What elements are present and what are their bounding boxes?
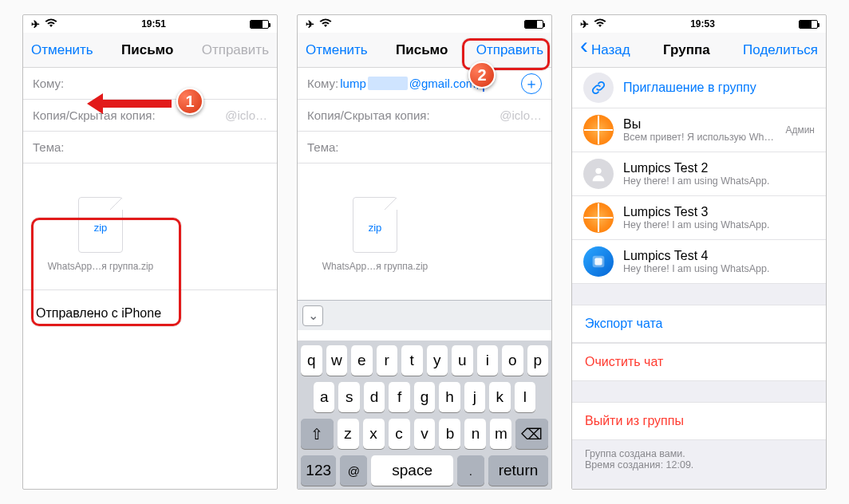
key-h[interactable]: h	[439, 382, 460, 412]
zip-file-icon: zip	[353, 197, 397, 253]
status-time: 19:53	[690, 18, 715, 30]
key-c[interactable]: c	[389, 419, 410, 449]
cc-field[interactable]: Копия/Скрытая копия: @iclo…	[298, 100, 551, 132]
compose-fields: Кому: Копия/Скрытая копия: @iclo… Тема:	[23, 68, 277, 163]
key-r[interactable]: r	[377, 345, 398, 376]
battery-icon	[524, 20, 543, 29]
key-s[interactable]: s	[338, 382, 359, 412]
key-l[interactable]: l	[515, 382, 535, 412]
key-u[interactable]: u	[452, 345, 473, 376]
subject-label: Тема:	[307, 140, 339, 154]
key-a[interactable]: a	[314, 382, 334, 412]
subject-field[interactable]: Тема:	[298, 132, 551, 163]
to-value-redacted: XXXXX	[368, 77, 408, 90]
keyboard-suggestion-bar: ⌄	[298, 300, 551, 330]
attachment-filename: WhatsApp…я группа.zip	[38, 261, 164, 272]
key-t[interactable]: t	[401, 345, 423, 376]
callout-badge-1: 1	[176, 88, 203, 115]
phone-panel-3: ✈ 19:53 Назад Группа Поделиться	[571, 14, 827, 490]
return-key[interactable]: return	[488, 455, 548, 486]
member-row[interactable]: Lumpics Test 2Hey there! I am using What…	[572, 152, 826, 196]
subject-field[interactable]: Тема:	[23, 132, 277, 163]
suggestion-collapse-button[interactable]: ⌄	[302, 305, 323, 326]
avatar	[583, 203, 614, 233]
key-f[interactable]: f	[389, 382, 409, 412]
key-y[interactable]: y	[427, 345, 448, 376]
clear-chat-button[interactable]: Очистить чат	[572, 343, 826, 381]
share-button[interactable]: Поделиться	[743, 42, 818, 58]
chevron-left-icon	[580, 42, 590, 58]
member-row[interactable]: Lumpics Test 4Hey there! I am using What…	[572, 240, 826, 284]
compose-navbar: Отменить Письмо Отправить	[23, 33, 277, 68]
zip-file-icon: zip	[78, 197, 123, 253]
backspace-key[interactable]: ⌫	[515, 419, 548, 449]
attachment-area: zip WhatsApp…я группа.zip	[23, 175, 277, 289]
member-status: Hey there! I am using WhatsApp.	[623, 175, 815, 187]
key-e[interactable]: e	[351, 345, 373, 376]
numbers-key[interactable]: 123	[301, 455, 336, 486]
cancel-button[interactable]: Отменить	[306, 42, 368, 58]
svg-point-0	[595, 168, 601, 174]
key-g[interactable]: g	[414, 382, 435, 412]
member-row[interactable]: Lumpics Test 3Hey there! I am using What…	[572, 196, 826, 240]
key-i[interactable]: i	[477, 345, 499, 376]
compose-fields: Кому: lump XXXXX @gmail.com, ＋ Копия/Скр…	[298, 68, 551, 163]
group-title: Группа	[663, 42, 710, 58]
attachment-area: zip WhatsApp…я группа.zip	[298, 175, 551, 289]
wifi-icon	[594, 18, 606, 30]
cc-value: @iclo…	[225, 108, 267, 122]
member-name: Вы	[623, 117, 776, 132]
avatar	[583, 115, 614, 145]
key-m[interactable]: m	[490, 419, 511, 449]
compose-title: Письмо	[121, 42, 173, 58]
key-p[interactable]: p	[527, 345, 549, 376]
dot-key[interactable]: .	[457, 455, 484, 486]
member-row[interactable]: ВыВсем привет! Я использую Wh…Админ	[572, 108, 826, 152]
airplane-mode-icon: ✈	[306, 18, 314, 30]
key-n[interactable]: n	[464, 419, 486, 449]
invite-link-row[interactable]: Приглашение в группу	[572, 68, 826, 108]
leave-group-button[interactable]: Выйти из группы	[572, 402, 826, 440]
key-v[interactable]: v	[414, 419, 436, 449]
cc-value: @iclo…	[500, 108, 542, 122]
group-navbar: Назад Группа Поделиться	[572, 33, 826, 68]
back-button[interactable]: Назад	[580, 42, 630, 58]
cc-label: Копия/Скрытая копия:	[307, 108, 430, 122]
shift-key[interactable]: ⇧	[301, 419, 334, 449]
send-button[interactable]: Отправить	[476, 42, 543, 58]
key-o[interactable]: o	[502, 345, 523, 376]
member-status: Hey there! I am using WhatsApp.	[623, 219, 815, 230]
space-key[interactable]: space	[371, 455, 452, 486]
key-q[interactable]: q	[301, 345, 322, 376]
avatar	[583, 159, 614, 189]
airplane-mode-icon: ✈	[31, 18, 40, 30]
key-x[interactable]: x	[363, 419, 385, 449]
at-key[interactable]: @	[340, 455, 367, 486]
compose-title: Письмо	[396, 42, 448, 58]
send-button[interactable]: Отправить	[202, 42, 269, 58]
arrow-to-field	[87, 93, 172, 114]
to-field[interactable]: Кому: lump XXXXX @gmail.com, ＋	[298, 68, 551, 100]
status-time: 19:51	[141, 18, 166, 30]
compose-navbar: Отменить Письмо Отправить	[298, 33, 551, 68]
key-b[interactable]: b	[439, 419, 460, 449]
export-chat-button[interactable]: Экспорт чата	[572, 305, 826, 343]
member-role: Админ	[785, 124, 815, 136]
key-z[interactable]: z	[338, 419, 359, 449]
callout-badge-2: 2	[468, 61, 496, 89]
cancel-button[interactable]: Отменить	[31, 42, 93, 58]
signature-text: Отправлено с iPhone	[23, 290, 277, 337]
add-contact-button[interactable]: ＋	[521, 73, 542, 94]
attachment-item[interactable]: zip WhatsApp…я группа.zip	[33, 179, 168, 282]
wifi-icon	[319, 18, 332, 30]
key-d[interactable]: d	[364, 382, 385, 412]
phone-panel-2: ✈ Отменить Письмо Отправить Кому: lump X…	[297, 14, 552, 490]
to-label: Кому:	[307, 77, 338, 90]
key-j[interactable]: j	[464, 382, 485, 412]
key-w[interactable]: w	[326, 345, 348, 376]
member-name: Lumpics Test 3	[623, 205, 815, 219]
to-label: Кому:	[33, 77, 64, 90]
key-k[interactable]: k	[489, 382, 510, 412]
attachment-filename: WhatsApp…я группа.zip	[312, 261, 438, 272]
attachment-item[interactable]: zip WhatsApp…я группа.zip	[307, 179, 443, 282]
